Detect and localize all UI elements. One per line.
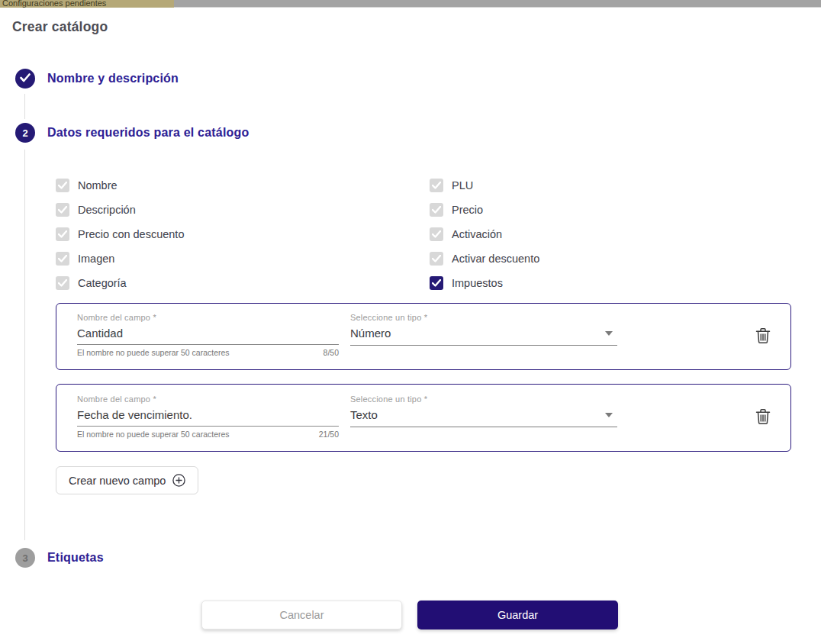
field-type-label: Seleccione un tipo * (350, 394, 617, 404)
char-counter: 21/50 (319, 430, 339, 439)
field-type-select[interactable]: Seleccione un tipo * Número (350, 313, 617, 346)
create-catalog-page: Configuraciones pendientes Crear catálog… (0, 0, 821, 644)
checkbox-label: PLU (452, 179, 473, 192)
checkbox-label: Categoría (78, 277, 127, 289)
checkbox-row-precio: Precio (430, 202, 483, 217)
checkbox-precio-con-descuento (56, 227, 69, 241)
checkbox-nombre (56, 179, 69, 192)
field-name-group: Nombre del campo * El nombre no puede su… (77, 394, 339, 439)
checkbox-row-impuestos[interactable]: Impuestos (430, 275, 503, 291)
checkbox-impuestos[interactable] (430, 276, 443, 290)
step-3-label[interactable]: Etiquetas (47, 551, 104, 565)
field-name-input[interactable] (77, 408, 339, 427)
plus-circle-icon (172, 474, 185, 487)
stepper-connector (24, 150, 25, 540)
step-1-indicator[interactable] (15, 69, 35, 89)
field-type-select[interactable]: Seleccione un tipo * Texto (350, 394, 617, 427)
step-1-label[interactable]: Nombre y descripción (47, 72, 179, 85)
save-button[interactable]: Guardar (417, 601, 618, 630)
field-name-label: Nombre del campo * (77, 313, 339, 322)
checkbox-activar-descuento (430, 252, 443, 266)
checkbox-row-precio-descuento: Precio con descuento (56, 227, 184, 242)
field-name-label: Nombre del campo * (77, 394, 339, 404)
field-name-group: Nombre del campo * El nombre no puede su… (77, 313, 339, 357)
chevron-down-icon (605, 413, 613, 417)
checkbox-label: Nombre (78, 179, 118, 192)
delete-field-button[interactable] (754, 407, 772, 427)
field-helper-text: El nombre no puede superar 50 caracteres (77, 430, 230, 439)
checkbox-activacion (430, 227, 443, 241)
checkbox-row-plu: PLU (430, 178, 473, 193)
custom-field-card-2: Nombre del campo * El nombre no puede su… (56, 384, 791, 452)
checkbox-label: Precio con descuento (78, 228, 184, 240)
chevron-down-icon (605, 331, 613, 336)
pending-configurations-label: Configuraciones pendientes (0, 0, 174, 8)
trash-icon (755, 408, 771, 427)
step-2-label[interactable]: Datos requeridos para el catálogo (47, 126, 249, 140)
checkbox-row-imagen: Imagen (56, 251, 114, 266)
pending-configurations-tag: Configuraciones pendientes (0, 0, 174, 8)
field-type-value: Número (350, 327, 391, 340)
page-title: Crear catálogo (12, 19, 108, 35)
step-2-number: 2 (22, 127, 27, 139)
char-counter: 8/50 (324, 348, 339, 357)
custom-field-card-1: Nombre del campo * El nombre no puede su… (56, 303, 791, 370)
checkbox-row-nombre: Nombre (56, 178, 118, 193)
checkbox-label: Activar descuento (452, 253, 539, 265)
trash-icon (755, 327, 771, 346)
add-button-label: Crear nuevo campo (69, 475, 166, 487)
checkbox-imagen (56, 252, 69, 266)
create-new-field-button[interactable]: Crear nuevo campo (56, 466, 198, 494)
checkbox-row-descripcion: Descripción (56, 202, 136, 217)
field-type-value: Texto (350, 408, 378, 421)
cancel-button[interactable]: Cancelar (201, 601, 402, 630)
stepper-connector (24, 94, 25, 119)
field-name-input[interactable] (77, 327, 339, 345)
checkbox-row-activar-descuento: Activar descuento (430, 251, 539, 266)
checkbox-label: Activación (452, 228, 502, 240)
field-type-label: Seleccione un tipo * (350, 313, 617, 322)
step-3-indicator[interactable]: 3 (15, 548, 35, 568)
checkbox-row-activacion: Activación (430, 227, 502, 242)
checkbox-label: Precio (452, 204, 483, 216)
delete-field-button[interactable] (754, 327, 772, 346)
checkbox-categoria (56, 276, 69, 290)
step-3-number: 3 (22, 552, 27, 564)
checkbox-label: Impuestos (452, 277, 503, 289)
checkbox-plu (430, 179, 443, 192)
checkbox-precio (430, 203, 443, 217)
checkbox-row-categoria: Categoría (56, 275, 127, 291)
checkbox-label: Descripción (78, 204, 136, 216)
check-icon (20, 72, 31, 85)
step-2-indicator[interactable]: 2 (15, 123, 35, 143)
field-helper-text: El nombre no puede superar 50 caracteres (77, 348, 230, 357)
checkbox-label: Imagen (78, 253, 114, 265)
checkbox-descripcion (56, 203, 69, 217)
